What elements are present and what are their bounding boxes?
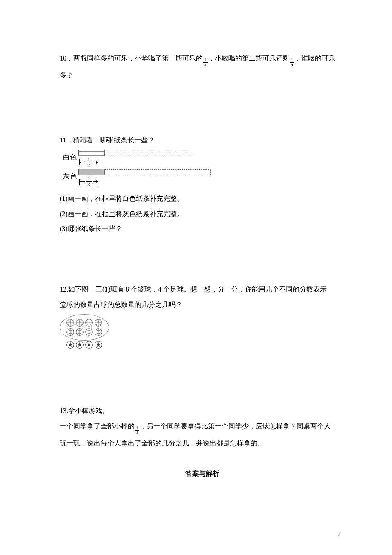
basketball-icon [85, 318, 93, 327]
q11-diagram: 白色 12 灰色 [60, 150, 345, 187]
q12-image [60, 314, 345, 349]
page: 10．两瓶同样多的可乐，小华喝了第一瓶可乐的14，小敏喝的第二瓶可乐还剩14，谁… [0, 0, 392, 481]
basketball-icon [66, 328, 75, 336]
basketball-icon [75, 318, 84, 327]
fraction-1-4: 14 [203, 58, 208, 67]
svg-line-42 [90, 346, 91, 348]
svg-line-36 [78, 346, 79, 348]
q13-line1: 一个同学拿了全部小棒的14，另一个同学要拿得比第一个同学少，应该怎样拿？同桌两个… [60, 419, 345, 435]
svg-marker-25 [69, 343, 72, 346]
q10-text-b: ，小敏喝的第二瓶可乐还剩 [208, 55, 290, 62]
question-11: 11．猜猜看，哪张纸条长一些？ 白色 12 [60, 133, 345, 236]
white-segment [78, 150, 105, 156]
q10-text-a: 10．两瓶同样多的可乐，小华喝了第一瓶可乐的 [60, 55, 203, 62]
basketball-icon [94, 328, 103, 336]
answer-heading: 答案与解析 [60, 466, 345, 481]
soccer-icon [85, 341, 93, 349]
soccer-icon [75, 341, 84, 349]
svg-line-49 [99, 346, 101, 348]
grey-rects [78, 169, 211, 175]
grey-label: 灰色 [60, 169, 78, 184]
grey-segment [78, 169, 105, 175]
q13-line2: 玩一玩。说出每个人拿出了全部的几分之几。并说出都是怎样拿的。 [60, 436, 345, 451]
soccer-row [60, 341, 109, 349]
svg-line-50 [96, 346, 98, 348]
arrow-left [80, 162, 85, 162]
basketball-icon [66, 318, 75, 327]
soccer-icon [94, 341, 103, 349]
arrow-right [93, 162, 98, 162]
q12-line1: 12.如下图，三(1)班有 8 个篮球，4 个足球。想一想，分一分，你能用几个不… [60, 282, 345, 297]
svg-line-48 [100, 344, 101, 344]
fraction-1-3: 13 [86, 176, 92, 187]
svg-line-34 [81, 344, 83, 344]
question-12: 12.如下图，三(1)班有 8 个篮球，4 个足球。想一想，分一分，你能用几个不… [60, 282, 345, 349]
basketball-icon [75, 328, 84, 336]
svg-line-43 [87, 346, 88, 348]
spacer [60, 252, 345, 282]
svg-line-41 [90, 344, 92, 344]
svg-marker-39 [88, 343, 91, 346]
spacer [60, 365, 345, 404]
basketball-row-1 [66, 318, 103, 327]
basketball-row-2 [66, 328, 103, 336]
q13-text-b: ，另一个同学要拿得比第一个同学少，应该怎样拿？同桌两个人 [140, 422, 331, 430]
svg-line-35 [81, 346, 82, 348]
white-strip-cell: 12 [78, 150, 193, 168]
white-frame [104, 150, 193, 156]
fraction-1-4: 14 [135, 425, 139, 435]
soccer-icon [66, 341, 75, 349]
grey-frame [104, 169, 211, 175]
fraction-1-2: 12 [86, 156, 92, 168]
q10-line1: 10．两瓶同样多的可乐，小华喝了第一瓶可乐的14，小敏喝的第二瓶可乐还剩14，谁… [60, 51, 345, 67]
q11-title: 11．猜猜看，哪张纸条长一些？ [60, 133, 345, 147]
basketball-icon [85, 328, 93, 336]
white-label: 白色 [60, 150, 78, 165]
q12-line2: 篮球的数量占球的总数量的几分之几吗？ [60, 298, 345, 312]
svg-line-37 [77, 344, 78, 344]
svg-line-28 [71, 346, 72, 348]
grey-strip-cell: 13 [78, 169, 211, 187]
svg-line-51 [95, 344, 97, 344]
svg-line-29 [68, 346, 69, 348]
arrow-left [80, 181, 85, 182]
white-strip-row: 白色 12 [60, 150, 345, 168]
q10-line2: 多？ [60, 68, 345, 83]
white-rects [78, 150, 193, 156]
arrow-right [93, 181, 98, 182]
q11-sub2: (2)画一画，在框里将灰色纸条补充完整。 [60, 207, 345, 221]
svg-line-44 [86, 344, 88, 344]
white-fraction-arrow: 12 [78, 156, 98, 168]
basketball-icon [94, 318, 103, 327]
svg-line-27 [72, 344, 73, 344]
fraction-1-4: 14 [290, 58, 294, 67]
question-10: 10．两瓶同样多的可乐，小华喝了第一瓶可乐的14，小敏喝的第二瓶可乐还剩14，谁… [60, 51, 345, 83]
q11-sub3: (3)哪张纸条长一些？ [60, 222, 345, 236]
spacer [60, 99, 345, 133]
svg-line-30 [67, 344, 69, 344]
question-13: 13.拿小棒游戏。 一个同学拿了全部小棒的14，另一个同学要拿得比第一个同学少，… [60, 404, 345, 450]
grey-fraction-arrow: 13 [78, 176, 98, 187]
q13-title: 13.拿小棒游戏。 [60, 404, 345, 418]
balls-plate [60, 314, 109, 341]
grey-strip-row: 灰色 13 [60, 169, 345, 187]
page-number: 4 [338, 529, 341, 541]
svg-marker-46 [97, 343, 100, 346]
q10-text-c: ，谁喝的可乐 [294, 55, 335, 62]
q11-sub1: (1)画一画，在框里将白色纸条补充完整。 [60, 191, 345, 206]
q13-text-a: 一个同学拿了全部小棒的 [60, 422, 135, 430]
svg-marker-32 [78, 343, 81, 346]
